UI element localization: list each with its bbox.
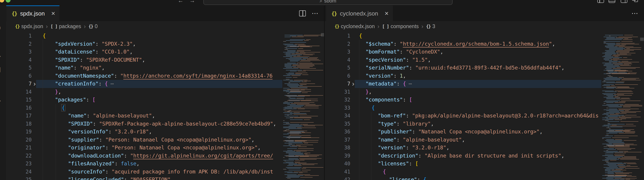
code-line-3[interactable]: "bomFormat": "CycloneDX", xyxy=(366,48,443,56)
code-editor-spdx[interactable]: 1{2"spdxVersion": "SPDX-2.3",3"dataLicen… xyxy=(6,32,325,180)
token-b2: { xyxy=(105,80,108,87)
code-line-3[interactable]: "dataLicense": "CC0-1.0", xyxy=(55,48,132,56)
tab-cyclonedx-json[interactable]: {} cyclonedx.json ✕ xyxy=(326,6,393,21)
code-line-41[interactable]: { xyxy=(383,168,386,176)
token-p: : xyxy=(86,97,92,103)
code-line-34[interactable]: "bom-ref": "pkg:apk/alpine/alpine-basela… xyxy=(378,112,598,120)
breadcrumb-item-0[interactable]: 0 xyxy=(95,23,98,30)
token-p: : xyxy=(86,113,93,119)
line-number-15: 15 xyxy=(6,96,32,104)
token-k: "originator" xyxy=(68,144,105,151)
code-line-2[interactable]: "$schema": "http://cyclonedx.org/schema/… xyxy=(366,40,555,48)
code-line-4[interactable]: "specVersion": "1.5", xyxy=(366,56,431,64)
code-line-7[interactable]: "creationInfo": {⋯ xyxy=(55,80,114,88)
fold-chevron-icon[interactable]: › xyxy=(34,80,36,87)
minimap[interactable] xyxy=(601,32,644,180)
token-k: "dataLicense" xyxy=(55,49,95,55)
more-actions-icon[interactable]: ⋯ xyxy=(632,11,638,16)
line-number-32: 32 xyxy=(325,96,350,104)
tab-bar: {} spdx.json ✕ ⋯ xyxy=(6,6,325,21)
token-p: , xyxy=(130,49,132,55)
code-line-20[interactable]: "supplier": "Person: Natanael Copa <ncop… xyxy=(68,136,254,144)
breadcrumb-item-packages[interactable]: packages xyxy=(59,23,81,30)
command-center[interactable]: ⌕ sbom xyxy=(203,0,452,5)
token-k: "components" xyxy=(366,97,403,103)
toggle-sidebar-right-icon[interactable] xyxy=(621,0,628,3)
close-tab-icon[interactable]: ✕ xyxy=(51,11,56,17)
tab-spdx-json[interactable]: {} spdx.json ✕ xyxy=(6,6,60,21)
split-editor-icon[interactable] xyxy=(299,10,306,17)
token-p: , xyxy=(142,57,145,63)
code-line-21[interactable]: "originator": "Person: Natanael Copa <nc… xyxy=(68,144,261,152)
code-line-31[interactable]: }, xyxy=(366,88,372,96)
code-line-15[interactable]: "packages": [ xyxy=(55,96,95,104)
code-line-37[interactable]: "name": "alpine-baselayout", xyxy=(378,136,465,144)
token-s: "3.2.0-r18" xyxy=(115,128,149,135)
token-p: , xyxy=(258,144,261,151)
zoom-traffic-light[interactable] xyxy=(6,0,10,3)
navigate-forward-icon[interactable]: → xyxy=(190,0,195,4)
line-number-2: 2 xyxy=(6,40,32,48)
breadcrumb-separator: › xyxy=(378,23,380,30)
close-tab-icon[interactable]: ✕ xyxy=(384,11,389,17)
code-line-33[interactable]: { xyxy=(372,104,375,112)
code-line-23[interactable]: "filesAnalyzed": false, xyxy=(68,160,140,168)
breadcrumb-item-spdx.json[interactable]: spdx.json xyxy=(21,23,43,30)
navigate-back-icon[interactable]: ← xyxy=(178,0,184,4)
code-line-5[interactable]: "serialNumber": "urn:uuid:fe4d3771-89f3-… xyxy=(366,64,564,72)
editor-group-divider[interactable] xyxy=(324,6,325,180)
breadcrumb-separator: › xyxy=(422,23,424,30)
fold-chevron-icon[interactable]: › xyxy=(352,80,354,87)
code-line-22[interactable]: "downloadLocation": "https://git.alpinel… xyxy=(68,152,273,160)
code-line-39[interactable]: "description": "Alpine base dir structur… xyxy=(378,152,564,160)
token-b2: [ xyxy=(92,97,95,103)
breadcrumb-item-cyclonedx.json[interactable]: cyclonedx.json xyxy=(341,23,375,30)
token-p: : xyxy=(409,65,415,71)
code-line-18[interactable]: "SPDXID": "SPDXRef-Package-apk-alpine-ba… xyxy=(68,120,276,128)
code-line-5[interactable]: "name": "nginx", xyxy=(55,64,105,72)
symbol-icon: [ ] xyxy=(50,24,57,29)
minimize-traffic-light[interactable] xyxy=(0,0,4,3)
code-line-14[interactable]: }, xyxy=(55,88,61,96)
code-line-6[interactable]: "documentNamespace": "https://anchore.co… xyxy=(55,72,272,80)
line-number-42: 42 xyxy=(325,176,350,180)
code-line-25[interactable]: "licenseConcluded": "NOASSERTION", xyxy=(68,176,174,180)
line-number-25: 25 xyxy=(6,176,32,180)
toggle-sidebar-left-icon[interactable] xyxy=(597,0,604,3)
line-number-20: 20 xyxy=(6,136,32,144)
token-p: , xyxy=(462,137,465,143)
code-line-24[interactable]: "sourceInfo": "acquired package info fro… xyxy=(68,168,273,176)
code-line-7[interactable]: "metadata": {⋯ xyxy=(366,80,412,88)
symbol-icon: {} xyxy=(88,24,93,29)
code-line-4[interactable]: "SPDXID": "SPDXRef-DOCUMENT", xyxy=(55,56,145,64)
code-line-36[interactable]: "publisher": "Natanael Copa <ncopa@alpin… xyxy=(378,128,542,136)
code-line-19[interactable]: "versionInfo": "3.2.0-r18", xyxy=(68,128,152,136)
code-line-1[interactable]: { xyxy=(359,32,362,40)
code-line-16[interactable]: { xyxy=(62,104,65,112)
more-actions-icon[interactable]: ⋯ xyxy=(312,11,318,16)
code-line-1[interactable]: { xyxy=(43,32,46,40)
token-b1: { xyxy=(43,33,46,39)
search-icon: ⌕ xyxy=(320,0,322,4)
code-editor-cyclonedx[interactable]: 1{2"$schema": "http://cyclonedx.org/sche… xyxy=(325,32,644,180)
code-line-6[interactable]: "version": 1, xyxy=(366,72,406,80)
line-number-40: 40 xyxy=(325,160,350,168)
token-s: "acquired package info from APK DB: /lib… xyxy=(112,168,273,175)
code-line-35[interactable]: "type": "library", xyxy=(378,120,434,128)
token-k: "$schema" xyxy=(366,41,394,47)
code-line-42[interactable]: "license": { xyxy=(389,176,426,180)
customize-layout-icon[interactable] xyxy=(632,0,638,2)
token-s: "SPDXRef-DOCUMENT" xyxy=(86,57,142,63)
code-line-2[interactable]: "spdxVersion": "SPDX-2.3", xyxy=(55,40,136,48)
scrollbar-slider[interactable] xyxy=(640,38,644,41)
minimap[interactable] xyxy=(282,32,325,180)
toggle-panel-icon[interactable] xyxy=(608,0,615,3)
line-number-17: 17 xyxy=(6,112,32,120)
token-k: "licenses" xyxy=(378,160,409,167)
breadcrumb-item-3[interactable]: 3 xyxy=(432,23,435,30)
code-line-17[interactable]: "name": "alpine-baselayout", xyxy=(68,112,155,120)
code-line-38[interactable]: "version": "3.2.0-r18", xyxy=(378,144,450,152)
breadcrumb-item-components[interactable]: components xyxy=(391,23,419,30)
code-line-32[interactable]: "components": [ xyxy=(366,96,412,104)
code-line-40[interactable]: "licenses": [ xyxy=(378,160,418,168)
